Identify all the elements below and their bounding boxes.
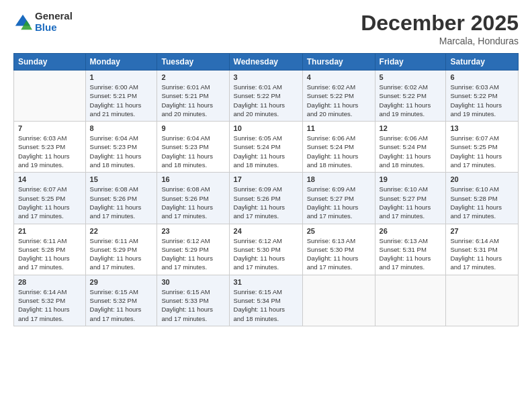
day-number: 10 — [234, 124, 298, 132]
day-info: Sunrise: 6:03 AM Sunset: 5:22 PM Dayligh… — [450, 83, 514, 118]
calendar-cell: 24Sunrise: 6:12 AM Sunset: 5:30 PM Dayli… — [229, 224, 302, 275]
day-number: 11 — [307, 124, 371, 132]
calendar-header-monday: Monday — [85, 54, 157, 71]
calendar-cell: 13Sunrise: 6:07 AM Sunset: 5:25 PM Dayli… — [446, 122, 519, 173]
calendar-cell: 7Sunrise: 6:03 AM Sunset: 5:23 PM Daylig… — [14, 122, 86, 173]
calendar-cell: 20Sunrise: 6:10 AM Sunset: 5:28 PM Dayli… — [446, 173, 519, 224]
calendar-week-row: 1Sunrise: 6:00 AM Sunset: 5:21 PM Daylig… — [14, 71, 519, 122]
day-number: 24 — [234, 227, 298, 235]
calendar-cell: 23Sunrise: 6:12 AM Sunset: 5:29 PM Dayli… — [157, 224, 229, 275]
month-title: December 2025 — [361, 11, 519, 36]
calendar-header-row: SundayMondayTuesdayWednesdayThursdayFrid… — [14, 54, 519, 71]
day-info: Sunrise: 6:01 AM Sunset: 5:22 PM Dayligh… — [234, 83, 298, 118]
day-info: Sunrise: 6:08 AM Sunset: 5:26 PM Dayligh… — [90, 185, 153, 220]
calendar-week-row: 14Sunrise: 6:07 AM Sunset: 5:25 PM Dayli… — [14, 173, 519, 224]
calendar-cell: 22Sunrise: 6:11 AM Sunset: 5:29 PM Dayli… — [85, 224, 157, 275]
day-number: 29 — [90, 278, 153, 286]
day-number: 30 — [161, 278, 224, 286]
day-info: Sunrise: 6:06 AM Sunset: 5:24 PM Dayligh… — [380, 134, 442, 169]
day-number: 5 — [380, 73, 442, 81]
day-number: 28 — [18, 278, 81, 286]
day-number: 4 — [307, 73, 371, 81]
calendar-cell: 1Sunrise: 6:00 AM Sunset: 5:21 PM Daylig… — [85, 71, 157, 122]
day-number: 2 — [161, 73, 224, 81]
calendar-cell: 26Sunrise: 6:13 AM Sunset: 5:31 PM Dayli… — [375, 224, 446, 275]
day-info: Sunrise: 6:04 AM Sunset: 5:23 PM Dayligh… — [90, 134, 153, 169]
calendar-cell: 31Sunrise: 6:15 AM Sunset: 5:34 PM Dayli… — [229, 275, 302, 326]
calendar-cell: 17Sunrise: 6:09 AM Sunset: 5:26 PM Dayli… — [229, 173, 302, 224]
day-info: Sunrise: 6:11 AM Sunset: 5:29 PM Dayligh… — [90, 236, 153, 272]
day-number: 31 — [234, 278, 298, 286]
day-number: 18 — [307, 175, 371, 183]
day-info: Sunrise: 6:11 AM Sunset: 5:28 PM Dayligh… — [18, 236, 81, 272]
day-info: Sunrise: 6:02 AM Sunset: 5:22 PM Dayligh… — [307, 83, 371, 118]
calendar-cell — [375, 275, 446, 326]
calendar-cell: 14Sunrise: 6:07 AM Sunset: 5:25 PM Dayli… — [14, 173, 86, 224]
calendar-cell: 3Sunrise: 6:01 AM Sunset: 5:22 PM Daylig… — [229, 71, 302, 122]
calendar-cell: 27Sunrise: 6:14 AM Sunset: 5:31 PM Dayli… — [446, 224, 519, 275]
calendar-cell: 5Sunrise: 6:02 AM Sunset: 5:22 PM Daylig… — [375, 71, 446, 122]
calendar-cell: 30Sunrise: 6:15 AM Sunset: 5:33 PM Dayli… — [157, 275, 229, 326]
calendar-week-row: 21Sunrise: 6:11 AM Sunset: 5:28 PM Dayli… — [14, 224, 519, 275]
day-info: Sunrise: 6:13 AM Sunset: 5:31 PM Dayligh… — [380, 236, 442, 272]
day-info: Sunrise: 6:05 AM Sunset: 5:24 PM Dayligh… — [234, 134, 298, 169]
calendar-cell: 2Sunrise: 6:01 AM Sunset: 5:21 PM Daylig… — [157, 71, 229, 122]
calendar-cell: 21Sunrise: 6:11 AM Sunset: 5:28 PM Dayli… — [14, 224, 86, 275]
location: Marcala, Honduras — [361, 36, 519, 46]
day-number: 14 — [18, 175, 81, 183]
day-number: 13 — [450, 124, 514, 132]
day-number: 7 — [18, 124, 81, 132]
calendar-cell: 29Sunrise: 6:15 AM Sunset: 5:32 PM Dayli… — [85, 275, 157, 326]
calendar-cell: 6Sunrise: 6:03 AM Sunset: 5:22 PM Daylig… — [446, 71, 519, 122]
calendar-cell: 11Sunrise: 6:06 AM Sunset: 5:24 PM Dayli… — [302, 122, 375, 173]
calendar-cell: 19Sunrise: 6:10 AM Sunset: 5:27 PM Dayli… — [375, 173, 446, 224]
day-info: Sunrise: 6:10 AM Sunset: 5:28 PM Dayligh… — [450, 185, 514, 220]
calendar-header-tuesday: Tuesday — [157, 54, 229, 71]
calendar-cell: 12Sunrise: 6:06 AM Sunset: 5:24 PM Dayli… — [375, 122, 446, 173]
day-info: Sunrise: 6:02 AM Sunset: 5:22 PM Dayligh… — [380, 83, 442, 118]
calendar-cell: 9Sunrise: 6:04 AM Sunset: 5:23 PM Daylig… — [157, 122, 229, 173]
day-number: 22 — [90, 227, 153, 235]
day-info: Sunrise: 6:04 AM Sunset: 5:23 PM Dayligh… — [161, 134, 224, 169]
day-number: 25 — [307, 227, 371, 235]
calendar-table: SundayMondayTuesdayWednesdayThursdayFrid… — [13, 53, 519, 326]
logo-icon — [13, 13, 32, 32]
calendar-header-sunday: Sunday — [14, 54, 86, 71]
day-number: 20 — [450, 175, 514, 183]
day-info: Sunrise: 6:13 AM Sunset: 5:30 PM Dayligh… — [307, 236, 371, 272]
day-number: 8 — [90, 124, 153, 132]
logo-blue-text: Blue — [35, 22, 73, 34]
day-info: Sunrise: 6:10 AM Sunset: 5:27 PM Dayligh… — [380, 185, 442, 220]
day-info: Sunrise: 6:15 AM Sunset: 5:33 PM Dayligh… — [161, 287, 224, 323]
calendar-header-friday: Friday — [375, 54, 446, 71]
title-block: December 2025 Marcala, Honduras — [361, 11, 519, 46]
calendar-cell: 15Sunrise: 6:08 AM Sunset: 5:26 PM Dayli… — [85, 173, 157, 224]
day-info: Sunrise: 6:03 AM Sunset: 5:23 PM Dayligh… — [18, 134, 81, 169]
calendar-cell: 28Sunrise: 6:14 AM Sunset: 5:32 PM Dayli… — [14, 275, 86, 326]
calendar-header-saturday: Saturday — [446, 54, 519, 71]
page: General Blue December 2025 Marcala, Hond… — [0, 0, 532, 411]
day-info: Sunrise: 6:12 AM Sunset: 5:29 PM Dayligh… — [161, 236, 224, 272]
day-number: 1 — [90, 73, 153, 81]
day-info: Sunrise: 6:01 AM Sunset: 5:21 PM Dayligh… — [161, 83, 224, 118]
day-number: 12 — [380, 124, 442, 132]
logo: General Blue — [13, 11, 73, 33]
day-number: 9 — [161, 124, 224, 132]
day-info: Sunrise: 6:09 AM Sunset: 5:27 PM Dayligh… — [307, 185, 371, 220]
calendar-cell: 10Sunrise: 6:05 AM Sunset: 5:24 PM Dayli… — [229, 122, 302, 173]
day-info: Sunrise: 6:07 AM Sunset: 5:25 PM Dayligh… — [18, 185, 81, 220]
calendar-cell — [14, 71, 86, 122]
calendar-cell: 4Sunrise: 6:02 AM Sunset: 5:22 PM Daylig… — [302, 71, 375, 122]
day-number: 15 — [90, 175, 153, 183]
day-number: 23 — [161, 227, 224, 235]
day-number: 3 — [234, 73, 298, 81]
day-number: 16 — [161, 175, 224, 183]
calendar-cell — [302, 275, 375, 326]
day-info: Sunrise: 6:09 AM Sunset: 5:26 PM Dayligh… — [234, 185, 298, 220]
logo-general-text: General — [35, 11, 73, 22]
day-info: Sunrise: 6:15 AM Sunset: 5:32 PM Dayligh… — [90, 287, 153, 323]
calendar-cell: 25Sunrise: 6:13 AM Sunset: 5:30 PM Dayli… — [302, 224, 375, 275]
day-number: 21 — [18, 227, 81, 235]
day-number: 27 — [450, 227, 514, 235]
calendar-week-row: 28Sunrise: 6:14 AM Sunset: 5:32 PM Dayli… — [14, 275, 519, 326]
